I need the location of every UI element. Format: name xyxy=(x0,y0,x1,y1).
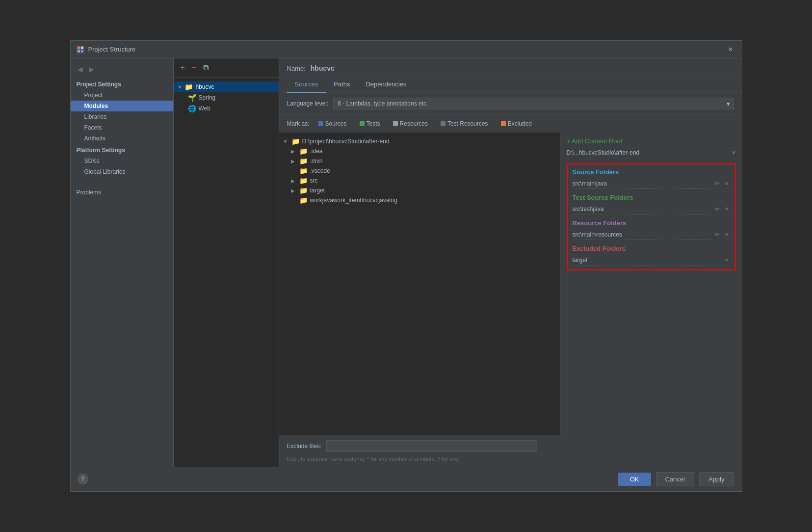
dialog-title: Project Structure xyxy=(88,46,136,53)
source-folder-delete-button-0[interactable]: × xyxy=(723,180,730,187)
mark-resources-button[interactable]: Resources xyxy=(389,119,432,129)
platform-settings-label: Platform Settings xyxy=(71,144,173,156)
test-source-folder-edit-button-0[interactable]: ✏ xyxy=(713,205,721,213)
test-source-folder-row-0-actions: ✏ × xyxy=(713,205,730,213)
module-toolbar: + − ⧉ xyxy=(174,58,279,78)
file-tree-vscode[interactable]: 📁 .vscode xyxy=(279,166,560,176)
svg-rect-3 xyxy=(81,50,83,53)
test-source-folder-row-0: src\test\java ✏ × xyxy=(573,204,730,214)
mark-sources-label: Sources xyxy=(325,120,347,127)
sidebar-item-libraries[interactable]: Libraries xyxy=(71,111,173,122)
nav-back-forward: ◀ ▶ xyxy=(71,62,173,78)
tab-paths[interactable]: Paths xyxy=(326,77,358,93)
src-expand-arrow: ▶ xyxy=(291,178,297,184)
module-root-name: hbucvc xyxy=(195,83,214,90)
sidebar-item-problems[interactable]: Problems xyxy=(71,185,173,198)
cancel-button[interactable]: Cancel xyxy=(656,472,694,486)
sidebar-item-facets[interactable]: Facets xyxy=(71,122,173,133)
sidebar-item-sdks[interactable]: SDKs xyxy=(71,156,173,166)
tests-color-dot xyxy=(360,121,365,126)
module-name-value: hbucvc xyxy=(311,64,335,72)
target-folder-icon: 📁 xyxy=(299,186,308,194)
fp-path-row: D:\...hbucvcStudio\after-end × xyxy=(567,149,736,157)
apply-button[interactable]: Apply xyxy=(699,472,734,486)
lang-level-select[interactable]: 8 - Lambdas, type annotations etc. xyxy=(333,98,733,109)
add-content-root-button[interactable]: + Add Content Root xyxy=(567,137,623,145)
root-expand-arrow: ▼ xyxy=(283,139,289,144)
mark-excluded-button[interactable]: Excluded xyxy=(497,119,536,129)
sidebar-item-global-libraries[interactable]: Global Libraries xyxy=(71,166,173,177)
mark-sources-button[interactable]: Sources xyxy=(314,119,351,129)
mark-tests-label: Tests xyxy=(367,120,380,127)
resource-folder-row-0-actions: ✏ × xyxy=(713,231,730,239)
sidebar-item-artifacts[interactable]: Artifacts xyxy=(71,133,173,144)
exclude-files-label: Exclude files: xyxy=(287,443,322,450)
root-folder-icon: 📁 xyxy=(291,137,300,145)
file-tree-mvn[interactable]: ▶ 📁 .mvn xyxy=(279,156,560,166)
workjava-folder-label: workjavawork_itemhbucvcjavalog xyxy=(310,197,397,204)
close-button[interactable]: × xyxy=(725,44,735,55)
tab-dependencies[interactable]: Dependencies xyxy=(358,77,414,93)
mvn-folder-icon: 📁 xyxy=(299,157,308,165)
target-folder-label: target xyxy=(310,187,325,194)
excluded-folder-delete-button-0[interactable]: × xyxy=(723,256,730,264)
idea-folder-icon: 📁 xyxy=(299,147,308,155)
resource-folders-title: Resource Folders xyxy=(573,219,730,227)
file-tree: ▼ 📁 D:\project\hbucvcStudio\after-end ▶ … xyxy=(279,133,560,435)
web-icon: 🌐 xyxy=(188,105,196,112)
source-folder-edit-button-0[interactable]: ✏ xyxy=(713,180,721,187)
test-resources-color-dot xyxy=(441,121,445,126)
mvn-folder-label: .mvn xyxy=(310,158,323,164)
file-tree-workjava[interactable]: 📁 workjavawork_itemhbucvcjavalog xyxy=(279,195,560,205)
fp-actions: + Add Content Root xyxy=(567,137,736,145)
svg-rect-2 xyxy=(78,50,80,53)
src-folder-label: src xyxy=(310,177,318,184)
module-tree: ▼ 📁 hbucvc 🌱 Spring 🌐 Web xyxy=(174,78,279,467)
sidebar: ◀ ▶ Project Settings Project Modules Lib… xyxy=(71,58,174,467)
split-area: ▼ 📁 D:\project\hbucvcStudio\after-end ▶ … xyxy=(279,133,742,435)
sources-color-dot xyxy=(318,121,323,126)
fp-close-button[interactable]: × xyxy=(732,149,735,157)
remove-module-button[interactable]: − xyxy=(190,62,198,73)
module-tree-root[interactable]: ▼ 📁 hbucvc xyxy=(174,81,279,92)
sidebar-item-project[interactable]: Project xyxy=(71,90,173,101)
resource-folder-row-0: src\main\resources ✏ × xyxy=(573,230,730,240)
module-name-row: Name: hbucvc xyxy=(279,58,742,77)
bottom-area: Exclude files: Use ; to separate name pa… xyxy=(279,435,742,467)
resource-folder-edit-button-0[interactable]: ✏ xyxy=(713,231,721,239)
ok-button[interactable]: OK xyxy=(618,473,651,486)
lang-level-select-wrap[interactable]: 8 - Lambdas, type annotations etc. xyxy=(333,98,733,109)
tab-sources[interactable]: Sources xyxy=(287,77,326,93)
tabs-bar: Sources Paths Dependencies xyxy=(279,77,742,93)
folder-panel: + Add Content Root D:\...hbucvcStudio\af… xyxy=(560,133,742,435)
excluded-folders-title: Excluded Folders xyxy=(573,245,730,252)
spring-icon: 🌱 xyxy=(188,94,196,102)
copy-module-button[interactable]: ⧉ xyxy=(201,62,210,73)
mark-test-resources-label: Test Resources xyxy=(447,120,488,127)
add-module-button[interactable]: + xyxy=(179,62,187,73)
file-tree-src[interactable]: ▶ 📁 src xyxy=(279,176,560,186)
resource-folder-delete-button-0[interactable]: × xyxy=(723,231,730,239)
idea-expand-arrow: ▶ xyxy=(291,149,297,154)
exclude-files-input[interactable] xyxy=(326,440,537,452)
resources-color-dot xyxy=(393,121,398,126)
mark-excluded-label: Excluded xyxy=(508,120,532,127)
module-panel: + − ⧉ ▼ 📁 hbucvc 🌱 Spring 🌐 We xyxy=(174,58,279,467)
help-icon[interactable]: ? xyxy=(78,474,88,484)
file-tree-target[interactable]: ▶ 📁 target xyxy=(279,186,560,195)
source-folder-row-0: src\main\java ✏ × xyxy=(573,179,730,189)
sidebar-item-modules[interactable]: Modules xyxy=(71,101,173,111)
file-tree-root[interactable]: ▼ 📁 D:\project\hbucvcStudio\after-end xyxy=(279,136,560,146)
nav-back-arrow[interactable]: ◀ xyxy=(76,64,85,74)
module-spring-label: Spring xyxy=(199,94,216,101)
mark-test-resources-button[interactable]: Test Resources xyxy=(437,119,492,129)
src-folder-icon: 📁 xyxy=(299,177,308,185)
nav-forward-arrow[interactable]: ▶ xyxy=(87,64,96,74)
mark-tests-button[interactable]: Tests xyxy=(356,119,384,129)
module-tree-web[interactable]: 🌐 Web xyxy=(174,103,279,114)
module-tree-spring[interactable]: 🌱 Spring xyxy=(174,92,279,103)
mvn-expand-arrow: ▶ xyxy=(291,159,297,164)
test-source-folder-delete-button-0[interactable]: × xyxy=(723,205,730,213)
language-level-row: Language level: 8 - Lambdas, type annota… xyxy=(279,93,742,115)
file-tree-idea[interactable]: ▶ 📁 .idea xyxy=(279,146,560,156)
